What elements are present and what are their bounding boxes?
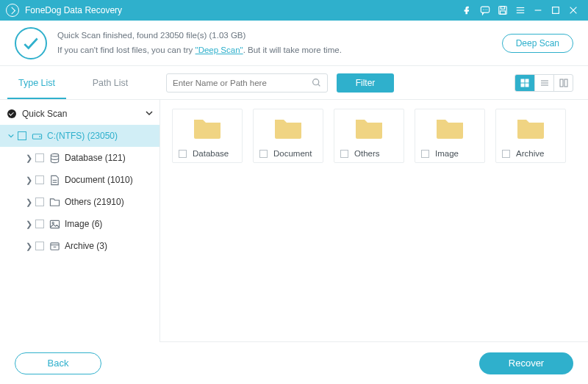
tree-item-image[interactable]: ❯ Image (6) <box>0 213 159 235</box>
svg-rect-18 <box>521 84 524 87</box>
content-grid: Database Document Others Image Archive <box>160 100 588 342</box>
tree-item-database[interactable]: ❯ Database (121) <box>0 147 159 169</box>
save-icon[interactable] <box>494 0 512 21</box>
tab-type-list[interactable]: Type List <box>0 66 74 99</box>
deep-scan-button[interactable]: Deep Scan <box>502 34 573 53</box>
tile-label: Database <box>193 149 229 158</box>
tree-item-document[interactable]: ❯ Document (1010) <box>0 169 159 191</box>
menu-icon[interactable] <box>512 0 529 21</box>
banner-size: 1.03 GB <box>212 31 243 40</box>
checkbox[interactable] <box>35 220 44 228</box>
image-icon <box>49 218 60 230</box>
status-dot-icon <box>7 109 16 118</box>
folder-icon <box>435 117 465 140</box>
chevron-down-icon <box>145 109 154 117</box>
tile-label: Document <box>273 149 312 158</box>
folder-icon <box>49 196 60 208</box>
titlebar: FoneDog Data Recovery <box>0 0 588 21</box>
checkbox[interactable] <box>35 198 44 206</box>
tree-root-label: Quick Scan <box>22 109 67 119</box>
svg-point-27 <box>51 153 58 156</box>
checkbox[interactable] <box>340 150 348 158</box>
svg-rect-19 <box>526 84 528 87</box>
search-input-wrap[interactable] <box>166 73 328 93</box>
recover-button[interactable]: Recover <box>479 352 573 374</box>
folder-tile-database[interactable]: Database <box>172 109 243 163</box>
main-area: Quick Scan C:(NTFS) (23050) ❯ Database (… <box>0 100 588 342</box>
close-icon[interactable] <box>564 0 582 21</box>
filter-button[interactable]: Filter <box>337 73 394 93</box>
app-logo-icon <box>6 4 19 17</box>
chevron-right-icon: ❯ <box>24 198 34 207</box>
svg-point-2 <box>484 10 485 10</box>
maximize-icon[interactable] <box>547 0 564 21</box>
banner-line1-prefix: Quick Scan finished, found <box>57 31 160 40</box>
svg-rect-11 <box>553 7 559 14</box>
svg-rect-23 <box>560 79 563 87</box>
svg-rect-24 <box>564 79 567 87</box>
tree-item-label: Document (1010) <box>65 175 133 185</box>
tree-item-others[interactable]: ❯ Others (21910) <box>0 191 159 213</box>
tile-label: Archive <box>516 149 544 158</box>
database-icon <box>49 152 60 164</box>
tile-label: Others <box>354 149 380 158</box>
svg-rect-32 <box>50 242 58 249</box>
sidebar-tree: Quick Scan C:(NTFS) (23050) ❯ Database (… <box>0 100 160 342</box>
svg-point-14 <box>313 79 319 85</box>
folder-icon <box>516 117 545 140</box>
chevron-right-icon: ❯ <box>24 175 34 185</box>
checkbox[interactable] <box>35 153 44 162</box>
svg-point-26 <box>39 136 40 137</box>
checkbox[interactable] <box>35 175 44 184</box>
tile-label: Image <box>435 149 459 158</box>
tree-root-quick-scan[interactable]: Quick Scan <box>0 103 159 125</box>
drive-icon <box>31 130 43 142</box>
check-circle-icon <box>15 27 47 59</box>
view-list-button[interactable] <box>534 75 553 91</box>
chevron-right-icon: ❯ <box>24 220 34 229</box>
footer: Back Recover <box>0 342 588 384</box>
checkbox[interactable] <box>18 131 26 140</box>
scan-status-banner: Quick Scan finished, found 23050 file(s)… <box>0 21 588 66</box>
svg-point-3 <box>487 10 487 10</box>
checkbox[interactable] <box>421 150 429 158</box>
tree-item-label: Database (121) <box>65 153 126 163</box>
search-icon <box>312 78 321 87</box>
tree-item-archive[interactable]: ❯ Archive (3) <box>0 235 159 257</box>
facebook-icon[interactable] <box>459 0 476 21</box>
chevron-down-icon <box>6 132 16 140</box>
back-button[interactable]: Back <box>15 352 101 374</box>
feedback-icon[interactable] <box>476 0 494 21</box>
folder-icon <box>193 117 222 140</box>
banner-text: Quick Scan finished, found 23050 file(s)… <box>57 29 342 57</box>
svg-line-15 <box>318 84 320 86</box>
svg-rect-6 <box>501 11 506 14</box>
banner-file-count: 23050 <box>160 31 184 40</box>
svg-point-1 <box>483 10 484 10</box>
view-toggle <box>514 74 573 92</box>
checkbox[interactable] <box>502 150 510 158</box>
search-input[interactable] <box>173 79 312 87</box>
tree-drive-label: C:(NTFS) (23050) <box>47 131 118 141</box>
folder-tile-others[interactable]: Others <box>334 109 404 163</box>
checkbox[interactable] <box>179 150 187 158</box>
tree-item-label: Archive (3) <box>65 241 107 251</box>
tab-path-list[interactable]: Path List <box>74 66 147 99</box>
svg-rect-5 <box>501 7 504 10</box>
chevron-right-icon: ❯ <box>24 153 34 163</box>
folder-tile-image[interactable]: Image <box>415 109 485 163</box>
folder-icon <box>354 117 384 140</box>
view-grid-button[interactable] <box>515 75 534 91</box>
checkbox[interactable] <box>259 150 268 158</box>
minimize-icon[interactable] <box>529 0 547 21</box>
tree-item-label: Others (21910) <box>65 197 124 207</box>
tree-drive-c[interactable]: C:(NTFS) (23050) <box>0 125 159 147</box>
svg-rect-17 <box>526 79 528 82</box>
folder-tile-document[interactable]: Document <box>253 109 323 163</box>
view-detail-button[interactable] <box>553 75 573 91</box>
folder-tile-archive[interactable]: Archive <box>495 109 566 163</box>
document-icon <box>49 174 60 186</box>
checkbox[interactable] <box>35 242 44 250</box>
archive-icon <box>49 240 60 252</box>
deep-scan-link[interactable]: "Deep Scan" <box>196 46 243 54</box>
